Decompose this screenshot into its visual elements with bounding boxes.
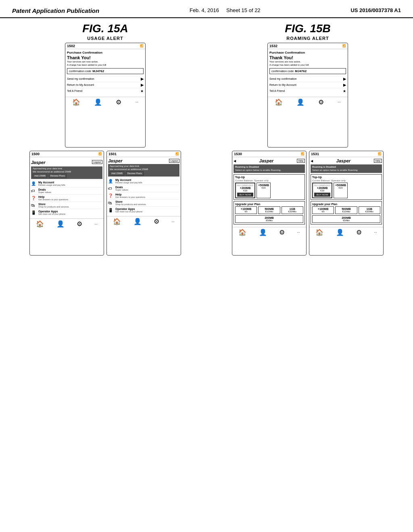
nav-store-1500[interactable]: 🛍 Store Shop for products and services <box>31 202 102 209</box>
topup-opt-200mb-1530[interactable]: RECOMMENDED +200MB €10 BUY NOW <box>235 183 255 198</box>
action-tell-friend-1532[interactable]: Tell A Friend ★ <box>269 88 346 94</box>
action-send-conf-1502[interactable]: Send my confirmation ▶ <box>67 76 144 82</box>
nav-profile-icon-1501[interactable]: 👤 <box>133 218 142 225</box>
nav-more-icon[interactable]: ··· <box>135 100 138 104</box>
bottom-nav-1532: 🏠 👤 ⚙ ··· <box>268 97 348 107</box>
nav-home-icon-1501[interactable]: 🏠 <box>113 218 121 225</box>
action-return-1502[interactable]: Return to My Account ▶ <box>67 82 144 88</box>
logout-btn-1501[interactable]: Logout <box>169 159 179 163</box>
nav-settings-icon-1501[interactable]: ⚙ <box>154 218 159 225</box>
fig15b-sublabel: ROAMING ALERT <box>211 36 405 41</box>
roaming-alert-1530: Roaming is Disabled Select an option bel… <box>234 164 305 173</box>
fig15b-section: FIG. 15B ROAMING ALERT 1532 📶 Purchase C… <box>211 22 405 256</box>
nav-opapps-1500[interactable]: 📱 Operator Apps Get more out of your pho… <box>31 209 102 216</box>
nav-settings-icon-1500[interactable]: ⚙ <box>77 220 82 228</box>
signal-icon-1502: 📶 <box>140 44 144 48</box>
nav-more-icon-1500[interactable]: ··· <box>94 222 98 226</box>
screen-number-1502: 1502 <box>67 44 75 48</box>
nav-settings-icon-1532[interactable]: ⚙ <box>318 98 324 106</box>
nav-help-1501[interactable]: ❓ Help Get answers to your questions <box>108 192 179 199</box>
conf-label-1502: confirmation code <box>69 70 91 73</box>
upgrade-200mb-1531[interactable]: 200MB €5/Mo <box>312 215 380 223</box>
fig15a-section: FIG. 15A USAGE ALERT 1502 📶 Purchase Con… <box>8 22 202 256</box>
screen-number-1532: 1532 <box>269 44 277 48</box>
nav-myaccount-1501[interactable]: 👤 My Account Review usage and pay bills <box>108 177 179 185</box>
signal-icon-1500: 📶 <box>98 152 102 156</box>
nav-more-icon-1501[interactable]: ··· <box>171 220 175 224</box>
nav-profile-icon-1532[interactable]: 👤 <box>296 98 305 106</box>
signal-icon-1530: 📶 <box>301 152 305 156</box>
header-title: Patent Application Publication <box>12 7 99 14</box>
nav-home-icon-1530[interactable]: 🏠 <box>238 229 246 236</box>
screen-1531: 1531 📶 ◀ Jasper Help Roaming is Disabled… <box>309 151 384 256</box>
nav-profile-icon-1531[interactable]: 👤 <box>336 229 344 236</box>
conf-code-val-1532: MJ4762 <box>295 69 307 73</box>
review-btn-1500[interactable]: Review Plans <box>49 174 67 179</box>
topup-opt-500mb-1530[interactable]: +500MB €15 <box>257 183 271 198</box>
action-send-conf-1532[interactable]: Send my confirmation ▶ <box>269 76 346 82</box>
add-btn-1501[interactable]: Add 25MB <box>110 171 124 176</box>
screen-number-1500: 1500 <box>31 152 40 156</box>
help-btn-1530[interactable]: Help <box>297 159 305 163</box>
screen-1532: 1532 📶 Purchase Confirmation Thank You! … <box>267 43 348 148</box>
nav-settings-icon-1530[interactable]: ⚙ <box>279 229 285 236</box>
nav-home-icon-1531[interactable]: 🏠 <box>315 229 323 236</box>
nav-more-icon-1530[interactable]: ··· <box>297 230 300 234</box>
add-btn-1500[interactable]: Add 25MB <box>33 174 47 179</box>
action-tell-friend-1502[interactable]: Tell A Friend ★ <box>67 88 144 94</box>
upgrade-section-1530: Upgrade your Plan +100MB €5 500MB €10/Mo <box>234 201 305 224</box>
bottom-nav-1502: 🏠 👤 ⚙ ··· <box>65 97 145 107</box>
nav-deals-1501[interactable]: 🏷 Deals Super values <box>108 185 179 192</box>
screen-1502: 1502 📶 Purchase Confirmation Thank You! … <box>65 43 146 148</box>
nav-help-1500[interactable]: ❓ Help Get answers to your questions <box>31 194 102 202</box>
opapps-icon-1500: 📱 <box>31 210 37 215</box>
conf-code-row-1502: confirmation code MJ4762 <box>67 68 144 74</box>
upgrade-1gb-1531[interactable]: 1GB €20/Mo <box>359 206 380 214</box>
jasper-logo-1530: Jasper <box>259 158 273 163</box>
screen-number-1530: 1530 <box>234 152 242 156</box>
signal-icon-1501: 📶 <box>175 152 179 156</box>
nav-home-icon[interactable]: 🏠 <box>72 98 80 106</box>
alert-bar-1501: Approaching your data limit.We recommend… <box>108 164 179 177</box>
upgrade-100mb-1530[interactable]: +100MB €5 <box>235 206 257 214</box>
upgrade-100mb-1531[interactable]: +100MB €5 <box>312 206 334 214</box>
signal-icon-1531: 📶 <box>378 152 382 156</box>
action-return-1532[interactable]: Return to My Account ▶ <box>269 82 346 88</box>
nav-more-icon-1531[interactable]: ··· <box>374 230 377 234</box>
upgrade-1gb-1530[interactable]: 1GB €20/Mo <box>282 206 303 214</box>
back-btn-1531[interactable]: ◀ <box>311 159 313 163</box>
help-btn-1531[interactable]: Help <box>374 159 382 163</box>
signal-icon-1532: 📶 <box>342 44 346 48</box>
upgrade-200mb-1530[interactable]: 200MB €5/Mo <box>235 215 303 223</box>
upgrade-500mb-1531[interactable]: 500MB €10/Mo <box>335 206 357 214</box>
bottom-nav-1531: 🏠 👤 ⚙ ··· <box>309 227 383 237</box>
back-btn-1530[interactable]: ◀ <box>234 159 236 163</box>
nav-home-icon-1532[interactable]: 🏠 <box>275 98 283 106</box>
fig15b-label: FIG. 15B <box>285 22 331 35</box>
nav-settings-icon-1531[interactable]: ⚙ <box>356 229 362 236</box>
fig15a-sublabel: USAGE ALERT <box>8 36 202 41</box>
page-header: Patent Application Publication Feb. 4, 2… <box>0 0 413 18</box>
jasper-logo-1501: Jasper <box>108 158 122 163</box>
screen-1530: 1530 📶 ◀ Jasper Help Roaming is Disabled… <box>232 151 307 256</box>
topup-opt-200mb-1531[interactable]: RECOMMENDED +200MB €10 BUY NOW <box>312 183 332 198</box>
nav-profile-icon-1530[interactable]: 👤 <box>259 229 267 236</box>
topup-opt-500mb-1531[interactable]: +500MB €15 <box>334 183 348 198</box>
jasper-logo-1500: Jasper <box>31 160 45 165</box>
logout-btn-1500[interactable]: Logout <box>92 160 102 164</box>
nav-settings-icon[interactable]: ⚙ <box>116 98 121 106</box>
store-icon-1500: 🛍 <box>31 203 37 208</box>
upgrade-500mb-1530[interactable]: 500MB €10/Mo <box>258 206 280 214</box>
nav-myaccount-1500[interactable]: 👤 My Account Review usage and pay bills <box>31 180 102 187</box>
nav-deals-1500[interactable]: 🏷 Deals Super values <box>31 187 102 194</box>
nav-home-icon-1500[interactable]: 🏠 <box>36 220 44 228</box>
nav-more-icon-1532[interactable]: ··· <box>338 100 341 104</box>
nav-store-1501[interactable]: 🛍 Store Shop for products and services <box>108 199 179 206</box>
nav-profile-icon[interactable]: 👤 <box>94 98 102 106</box>
review-btn-1501[interactable]: Review Plans <box>126 171 144 176</box>
screen-1501: 1501 📶 Jasper Logout Approaching your da… <box>106 151 181 256</box>
nav-opapps-1501[interactable]: 📱 Operator Apps Get more out of your pho… <box>108 206 179 214</box>
screen-1500: 1500 📶 Jasper Logout Approaching your da… <box>29 151 104 256</box>
alert-bar-1500: Approaching your data limit.We recommend… <box>31 166 102 179</box>
nav-profile-icon-1500[interactable]: 👤 <box>56 220 65 228</box>
